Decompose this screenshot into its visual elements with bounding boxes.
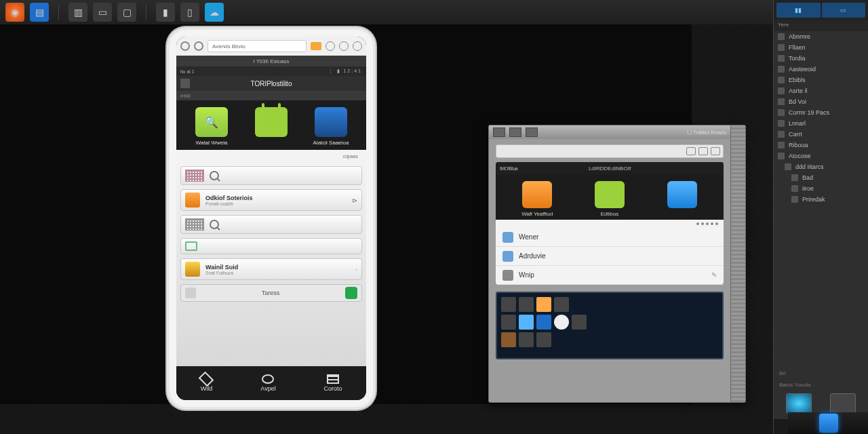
stack-icon[interactable]: ▥ bbox=[68, 3, 87, 22]
preview-swatch[interactable] bbox=[830, 393, 856, 414]
files-icon[interactable]: ▤ bbox=[30, 3, 49, 22]
tool-more-icon[interactable] bbox=[711, 147, 720, 155]
thumb[interactable] bbox=[536, 332, 551, 347]
win-control-icon[interactable] bbox=[493, 127, 505, 137]
search-row-2[interactable] bbox=[180, 215, 362, 234]
tree-node[interactable]: Cormr 19 Pacs bbox=[774, 107, 868, 118]
menu-icon[interactable] bbox=[353, 41, 362, 51]
tree-node[interactable]: Lnnarl bbox=[774, 118, 868, 129]
screen-title: LdIRDDEdINBOIf bbox=[589, 165, 631, 172]
emu-tile-label: Wafi Yeaffiod bbox=[521, 211, 553, 217]
shield-icon[interactable] bbox=[194, 41, 203, 51]
node-icon bbox=[778, 98, 785, 105]
thumb[interactable] bbox=[572, 315, 587, 330]
bars-icon[interactable]: ▯ bbox=[180, 3, 199, 22]
confirm-icon[interactable] bbox=[345, 287, 357, 299]
node-label: iiroe bbox=[802, 185, 814, 192]
dot-icon: · bbox=[355, 266, 357, 273]
panel-tab[interactable]: ▭ bbox=[822, 3, 866, 18]
win-control-icon[interactable] bbox=[526, 127, 538, 137]
bottom-tab[interactable]: Taress bbox=[180, 284, 362, 302]
panel-tab[interactable]: ▮▮ bbox=[776, 3, 821, 18]
tabs-icon[interactable]: ▭ bbox=[93, 3, 112, 22]
app-menu-icon[interactable] bbox=[180, 79, 190, 88]
item-subtitle: Svat Futhuos bbox=[205, 271, 350, 275]
thumb[interactable] bbox=[501, 315, 516, 330]
app-tile[interactable] bbox=[248, 107, 295, 146]
emu-item-label: Adrduvie bbox=[519, 252, 545, 260]
nav-recent[interactable]: Coroto bbox=[324, 374, 342, 392]
thumb[interactable] bbox=[501, 332, 516, 347]
emu-tile[interactable]: Wafi Yeaffiod bbox=[513, 181, 561, 217]
tree-node[interactable]: Abnrnre bbox=[774, 31, 868, 42]
tree-node[interactable]: Tordia bbox=[774, 53, 868, 64]
app-tile[interactable]: Alatcii Saaeioa bbox=[307, 107, 355, 146]
edit-icon[interactable]: ✎ bbox=[711, 271, 717, 279]
folder-orange-icon bbox=[185, 193, 200, 208]
tree-node[interactable]: iiroe bbox=[774, 183, 868, 194]
rect-row[interactable] bbox=[180, 238, 362, 254]
emu-tile[interactable]: Edtibos bbox=[586, 181, 633, 217]
emu-tile[interactable] bbox=[658, 181, 706, 217]
tree-node[interactable]: Asrte il bbox=[774, 85, 868, 96]
chevron-right-icon: ⊳ bbox=[352, 197, 357, 204]
reload-icon[interactable] bbox=[180, 41, 190, 51]
tool-window-icon[interactable] bbox=[698, 147, 708, 155]
add-icon[interactable] bbox=[185, 288, 196, 298]
tree-node[interactable]: Bd Voi bbox=[774, 96, 868, 107]
emulator-sidebar[interactable] bbox=[730, 125, 745, 402]
flag-icon[interactable]: ▮ bbox=[156, 3, 175, 22]
url-field[interactable]: Avends Bbvio bbox=[208, 40, 307, 52]
thumb[interactable] bbox=[554, 315, 569, 330]
tree-node[interactable]: Carrt bbox=[774, 129, 868, 140]
search-row[interactable] bbox=[180, 166, 362, 185]
win-control-icon[interactable] bbox=[509, 127, 521, 137]
emu-list-item[interactable]: Wener bbox=[496, 228, 724, 247]
taskbar-app[interactable] bbox=[788, 412, 868, 434]
tree-node[interactable]: Ribooa bbox=[774, 140, 868, 151]
thumb[interactable] bbox=[519, 332, 534, 347]
list-item[interactable]: Wainil Suid Svat Futhuos · bbox=[180, 258, 362, 280]
emulator-toolbar bbox=[496, 144, 724, 158]
node-label: Cormr 19 Pacs bbox=[789, 109, 829, 116]
thumb[interactable] bbox=[536, 315, 551, 330]
thumb[interactable] bbox=[519, 315, 534, 330]
tile-label: Alatcii Saaeioa bbox=[313, 140, 349, 146]
status-left: № al 1 bbox=[180, 69, 195, 74]
emu-tile-label: Edtibos bbox=[601, 211, 619, 217]
tree-node[interactable]: Atocose bbox=[774, 151, 868, 161]
tree-node[interactable]: Priredak bbox=[774, 194, 868, 205]
tree-node[interactable]: Ebibls bbox=[774, 75, 868, 85]
tree-node[interactable]: Bad bbox=[774, 172, 868, 183]
tool-zoom-icon[interactable] bbox=[686, 147, 696, 155]
list-item[interactable]: Odkiof Soteriois Ponati ooahh ⊳ bbox=[180, 189, 362, 211]
sync-icon[interactable] bbox=[326, 41, 335, 51]
cloud-icon[interactable]: ☁ bbox=[205, 3, 224, 22]
node-label: Tordia bbox=[789, 55, 806, 62]
app-tile[interactable]: 🔍 Watat Wweia bbox=[188, 107, 235, 146]
preview-swatch[interactable] bbox=[786, 393, 812, 414]
tree-node[interactable]: ddd Iitarcs bbox=[774, 161, 868, 172]
emu-list-item[interactable]: Wnip ✎ bbox=[496, 266, 724, 285]
grid-icon bbox=[185, 170, 204, 182]
info-icon[interactable] bbox=[339, 41, 349, 51]
nav-home[interactable]: Avpel bbox=[260, 374, 275, 392]
thumb[interactable] bbox=[501, 297, 516, 312]
thumb[interactable] bbox=[536, 297, 551, 312]
mail-icon[interactable] bbox=[311, 42, 321, 50]
item-subtitle: Ponati ooahh bbox=[205, 201, 347, 206]
tree-node[interactable]: Aasteeoid bbox=[774, 64, 868, 75]
light-panel-header: cdpaas bbox=[180, 154, 362, 162]
app-launcher-icon[interactable]: ◉ bbox=[5, 3, 24, 22]
thumb[interactable] bbox=[554, 297, 569, 312]
android-icon bbox=[255, 107, 288, 137]
thumbnail-strip bbox=[496, 292, 724, 359]
emulator-window: ☐ TriBBd Rowrs IMOIBIua LdIRDDEdINBOIf W… bbox=[488, 125, 746, 403]
node-label: Carrt bbox=[789, 131, 802, 138]
emu-list-item[interactable]: Adrduvie bbox=[496, 247, 724, 266]
window-icon[interactable]: ▢ bbox=[117, 3, 136, 22]
emulator-titlebar[interactable]: ☐ TriBBd Rowrs bbox=[489, 125, 730, 139]
tree-node[interactable]: Fllaen bbox=[774, 42, 868, 53]
nav-back[interactable]: Wild bbox=[200, 374, 212, 392]
thumb[interactable] bbox=[519, 297, 534, 312]
